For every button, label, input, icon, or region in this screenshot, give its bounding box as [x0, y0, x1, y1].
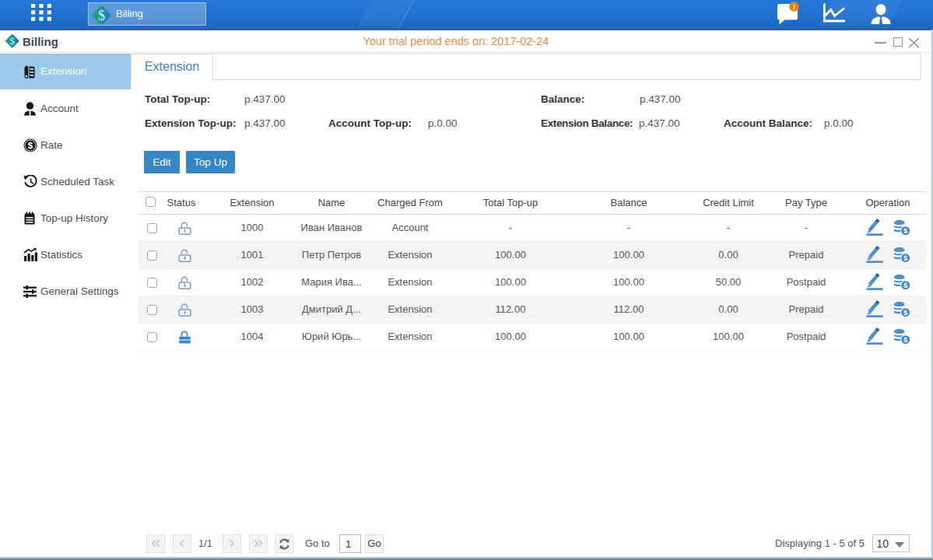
svg-text:$: $: [903, 335, 908, 344]
svg-text:$: $: [903, 254, 908, 262]
svg-text:$: $: [903, 308, 908, 317]
svg-text:$: $: [28, 141, 33, 150]
svg-text:$: $: [903, 226, 908, 235]
svg-text:!: !: [793, 2, 795, 11]
svg-text:$: $: [903, 281, 908, 289]
svg-text:$: $: [98, 8, 105, 23]
